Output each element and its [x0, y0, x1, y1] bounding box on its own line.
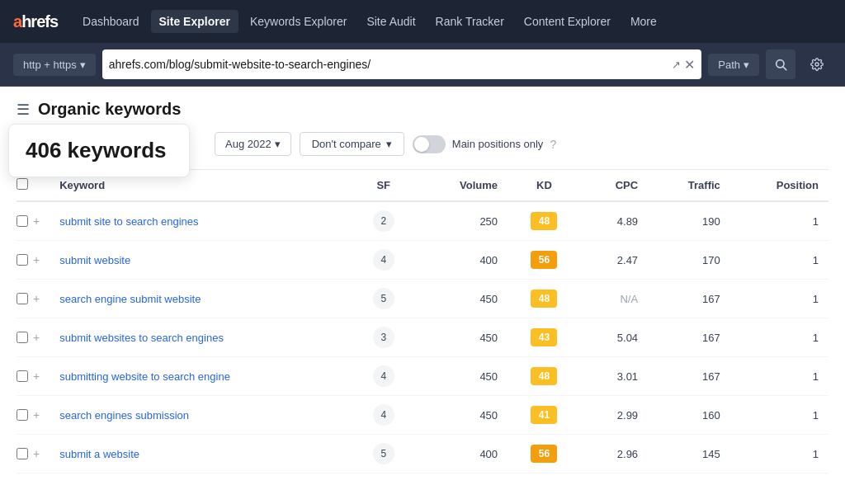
compare-chevron-icon: ▾: [386, 138, 392, 150]
keyword-link[interactable]: submit website: [59, 254, 130, 266]
cpc-na: N/A: [620, 293, 638, 305]
nav-content-explorer[interactable]: Content Explorer: [516, 10, 619, 33]
row-checkbox[interactable]: [17, 409, 28, 421]
hamburger-icon[interactable]: ☰: [17, 101, 30, 119]
date-button[interactable]: Aug 2022 ▾: [215, 132, 291, 156]
table-row: + submitting website to search engine 4 …: [17, 357, 828, 396]
keyword-cell: submit site to search engines: [50, 201, 351, 241]
path-button[interactable]: Path ▾: [708, 54, 759, 76]
nav-keywords-explorer[interactable]: Keywords Explorer: [242, 10, 356, 33]
nav-rank-tracker[interactable]: Rank Tracker: [427, 10, 512, 33]
row-checkbox[interactable]: [17, 215, 28, 227]
traffic-cell: 167: [648, 357, 730, 396]
row-controls: +: [17, 370, 40, 383]
row-add-icon[interactable]: +: [33, 408, 40, 422]
keyword-cell: search engines submission: [50, 396, 351, 435]
kd-cell: 48: [507, 280, 581, 318]
table-row: + submit a website 5 400 56 2.96 145 1: [17, 435, 828, 473]
logo[interactable]: ahrefs: [13, 12, 58, 31]
nav-site-audit[interactable]: Site Audit: [358, 10, 423, 33]
volume-cell: 450: [416, 318, 507, 357]
cpc-cell: 3.01: [581, 357, 648, 396]
position-cell: 1: [730, 241, 828, 280]
col-traffic: Traffic: [648, 170, 730, 201]
sf-badge: 5: [373, 443, 394, 464]
toggle-label: Main positions only: [452, 138, 544, 150]
cpc-cell: N/A: [581, 280, 648, 318]
row-checkbox[interactable]: [17, 332, 28, 343]
table-row: + submit site to search engines 2 250 48…: [17, 201, 828, 241]
settings-icon: [810, 58, 824, 71]
row-add-icon[interactable]: +: [33, 253, 40, 266]
traffic-cell: 167: [648, 318, 730, 357]
keyword-cell: submit websites to search engines: [50, 318, 351, 357]
protocol-button[interactable]: http + https ▾: [13, 54, 96, 76]
traffic-cell: 190: [648, 201, 730, 241]
row-checkbox[interactable]: [17, 254, 28, 266]
keyword-cell: submit a website: [50, 435, 351, 473]
kd-cell: 56: [507, 241, 581, 280]
protocol-label: http + https: [23, 59, 77, 71]
traffic-cell: 167: [648, 280, 730, 318]
volume-cell: 400: [416, 435, 507, 473]
sf-badge: 4: [373, 249, 394, 271]
date-label: Aug 2022: [225, 138, 271, 150]
row-add-icon[interactable]: +: [33, 447, 40, 460]
help-icon[interactable]: ?: [550, 138, 556, 151]
row-checkbox[interactable]: [17, 293, 28, 304]
settings-button[interactable]: [802, 49, 832, 79]
sf-badge: 3: [373, 327, 394, 348]
kd-cell: 41: [507, 396, 581, 435]
search-button[interactable]: [766, 49, 795, 79]
url-input[interactable]: [109, 58, 669, 71]
table-row: + search engines submission 4 450 41 2.9…: [17, 396, 828, 435]
main-positions-toggle-wrap: Main positions only ?: [413, 135, 556, 153]
position-cell: 1: [730, 201, 828, 241]
row-controls: +: [17, 214, 40, 228]
cpc-cell: 4.89: [581, 201, 648, 241]
traffic-cell: 160: [648, 396, 730, 435]
sf-badge: 5: [373, 288, 394, 309]
row-add-icon[interactable]: +: [33, 214, 40, 228]
external-link-icon[interactable]: ↗: [672, 59, 681, 71]
row-add-icon[interactable]: +: [33, 292, 40, 305]
position-cell: 1: [730, 396, 828, 435]
sf-badge: 4: [373, 365, 394, 387]
table-row: + search engine submit website 5 450 48 …: [17, 280, 828, 318]
row-checkbox[interactable]: [17, 370, 28, 382]
nav-more[interactable]: More: [622, 10, 665, 33]
compare-label: Don't compare: [312, 138, 381, 150]
compare-button[interactable]: Don't compare ▾: [300, 132, 404, 156]
chevron-down-icon: ▾: [80, 59, 86, 71]
keyword-link[interactable]: search engine submit website: [59, 293, 201, 305]
path-chevron-icon: ▾: [744, 59, 749, 71]
nav-dashboard[interactable]: Dashboard: [74, 10, 148, 33]
position-cell: 1: [730, 357, 828, 396]
keyword-link[interactable]: submit a website: [59, 448, 139, 460]
keyword-link[interactable]: submitting website to search engine: [59, 370, 230, 383]
clear-url-icon[interactable]: ✕: [684, 57, 695, 73]
col-cpc: CPC: [581, 170, 648, 201]
keyword-link[interactable]: submit websites to search engines: [59, 332, 224, 344]
position-cell: 1: [730, 318, 828, 357]
keyword-link[interactable]: search engines submission: [59, 409, 189, 422]
kd-badge: 41: [531, 406, 557, 424]
svg-line-1: [783, 67, 786, 70]
position-cell: 1: [730, 280, 828, 318]
table-row: + submit website 4 400 56 2.47 170 1: [17, 241, 828, 280]
row-add-icon[interactable]: +: [33, 331, 40, 344]
row-add-icon[interactable]: +: [33, 370, 40, 383]
url-input-wrap: ↗ ✕: [102, 49, 702, 79]
nav-site-explorer[interactable]: Site Explorer: [151, 10, 238, 33]
kd-badge: 48: [531, 212, 557, 230]
keywords-count: 406 keywords: [26, 138, 172, 163]
keyword-link[interactable]: submit site to search engines: [59, 215, 198, 228]
main-positions-toggle[interactable]: [413, 135, 446, 153]
cpc-cell: 2.99: [581, 396, 648, 435]
volume-cell: 250: [416, 201, 507, 241]
keywords-table-wrap: Keyword SF Volume KD CPC Traffic Positio…: [17, 169, 828, 473]
kd-badge: 56: [531, 251, 557, 269]
row-checkbox[interactable]: [17, 448, 28, 459]
select-all-checkbox[interactable]: [17, 178, 28, 190]
keywords-table: Keyword SF Volume KD CPC Traffic Positio…: [17, 170, 828, 473]
